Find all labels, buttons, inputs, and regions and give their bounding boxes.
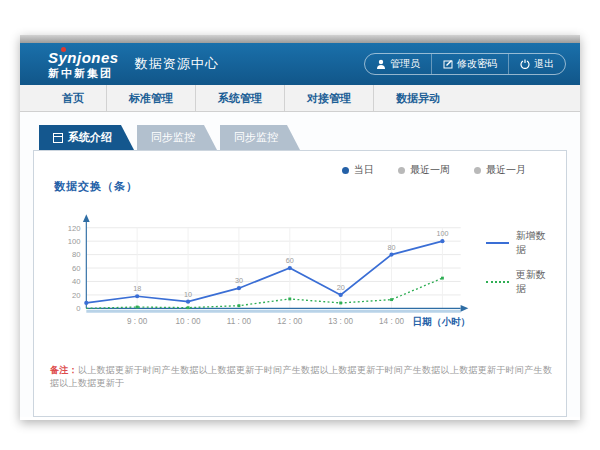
main-nav: 首页 标准管理 系统管理 对接管理 数据异动: [20, 85, 580, 112]
chart-legend: 新增数据 更新数据: [486, 229, 554, 296]
svg-text:40: 40: [72, 277, 81, 286]
footnote-text: 以上数据更新于时间产生数据以上数据更新于时间产生数据以上数据更新于时间产生数据以…: [50, 365, 552, 388]
app-header: Synjones 新中新集团 数据资源中心 管理员 修改密码 退出: [20, 43, 580, 85]
line-chart: 0204060801001209 : 0010 : 0011 : 0012 : …: [46, 194, 480, 344]
tab-sync-monitor-1-label: 同步监控: [151, 130, 195, 145]
page-title: 数据资源中心: [135, 55, 219, 73]
user-icon: [376, 59, 386, 69]
solid-line-icon: [486, 242, 509, 244]
svg-text:9 : 00: 9 : 00: [127, 317, 148, 326]
legend-item-new-data[interactable]: 新增数据: [486, 229, 554, 257]
nav-item-system-mgmt[interactable]: 系统管理: [195, 85, 284, 111]
logo-text-en: Synjones: [48, 50, 119, 65]
edit-icon: [443, 59, 453, 69]
filter-last-month-label: 最近一月: [486, 163, 526, 177]
svg-text:30: 30: [235, 276, 243, 285]
filter-last-week-label: 最近一周: [410, 163, 450, 177]
svg-text:120: 120: [68, 224, 81, 233]
content-area: 系统介绍 同步监控 同步监控 当日 最近一周: [20, 112, 580, 417]
nav-item-standard-mgmt[interactable]: 标准管理: [106, 85, 195, 111]
power-icon: [520, 59, 530, 69]
nav-item-interface-mgmt[interactable]: 对接管理: [284, 85, 373, 111]
radio-dot-icon: [398, 167, 405, 174]
chart-row: 0204060801001209 : 0010 : 0011 : 0012 : …: [46, 194, 554, 344]
grid-icon: [53, 133, 63, 143]
tab-system-intro-label: 系统介绍: [68, 130, 112, 145]
tab-sync-monitor-1[interactable]: 同步监控: [137, 125, 217, 150]
svg-text:18: 18: [133, 284, 141, 293]
svg-text:60: 60: [286, 256, 294, 265]
time-range-filters: 当日 最近一周 最近一月: [46, 157, 554, 177]
logo-text-cn: 新中新集团: [48, 68, 119, 79]
legend-updated-data-label: 更新数据: [516, 268, 554, 296]
footnote-prefix: 备注：: [50, 365, 78, 375]
tab-sync-monitor-2[interactable]: 同步监控: [220, 125, 300, 150]
svg-text:20: 20: [72, 291, 81, 300]
svg-text:100: 100: [436, 229, 448, 238]
tab-system-intro[interactable]: 系统介绍: [39, 125, 134, 150]
svg-text:10: 10: [184, 290, 192, 299]
filter-today[interactable]: 当日: [342, 163, 374, 177]
change-password-label: 修改密码: [457, 57, 497, 71]
user-menu: 管理员 修改密码 退出: [364, 53, 566, 75]
logout-label: 退出: [534, 57, 554, 71]
svg-text:80: 80: [388, 243, 396, 252]
window-top-strip: [20, 35, 580, 43]
nav-item-home[interactable]: 首页: [40, 85, 106, 111]
svg-text:14 : 00: 14 : 00: [379, 317, 404, 326]
radio-dot-icon: [342, 167, 349, 174]
admin-user-button[interactable]: 管理员: [365, 54, 431, 74]
radio-dot-icon: [474, 167, 481, 174]
dotted-line-icon: [486, 281, 509, 283]
footnote: 备注：以上数据更新于时间产生数据以上数据更新于时间产生数据以上数据更新于时间产生…: [50, 364, 554, 390]
svg-text:20: 20: [337, 283, 345, 292]
chart-panel: 当日 最近一周 最近一月 数据交换（条） 0204060801001209 : …: [33, 150, 567, 417]
company-logo: Synjones 新中新集团: [48, 50, 119, 79]
logo-red-dot-icon: [61, 47, 66, 52]
filter-last-week[interactable]: 最近一周: [398, 163, 450, 177]
svg-text:10 : 00: 10 : 00: [176, 317, 201, 326]
logout-button[interactable]: 退出: [508, 54, 565, 74]
svg-text:11 : 00: 11 : 00: [227, 317, 252, 326]
svg-text:80: 80: [72, 250, 81, 259]
admin-user-label: 管理员: [390, 57, 420, 71]
tab-bar: 系统介绍 同步监控 同步监控: [39, 125, 567, 150]
svg-text:12 : 00: 12 : 00: [277, 317, 302, 326]
svg-text:0: 0: [76, 304, 80, 313]
app-window: Synjones 新中新集团 数据资源中心 管理员 修改密码 退出: [20, 35, 580, 420]
tab-sync-monitor-2-label: 同步监控: [234, 130, 278, 145]
y-axis-title: 数据交换（条）: [54, 179, 554, 194]
legend-item-updated-data[interactable]: 更新数据: [486, 268, 554, 296]
svg-text:13 : 00: 13 : 00: [328, 317, 353, 326]
filter-today-label: 当日: [354, 163, 374, 177]
change-password-button[interactable]: 修改密码: [431, 54, 508, 74]
svg-text:60: 60: [72, 264, 81, 273]
filter-last-month[interactable]: 最近一月: [474, 163, 526, 177]
nav-item-data-change[interactable]: 数据异动: [373, 85, 462, 111]
svg-text:100: 100: [68, 237, 81, 246]
svg-text:日期（小时）: 日期（小时）: [413, 316, 470, 328]
legend-new-data-label: 新增数据: [516, 229, 554, 257]
